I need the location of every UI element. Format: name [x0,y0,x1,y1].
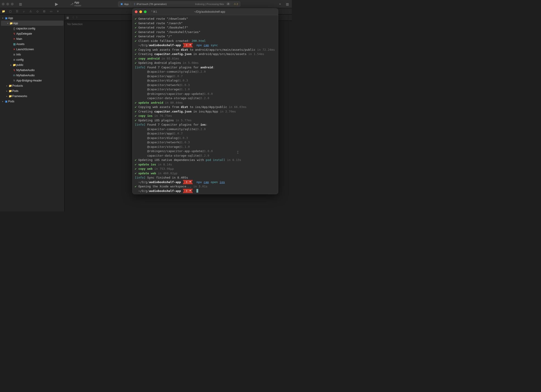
file-icon: ↯ [12,32,16,35]
tree-item-pods[interactable]: ▸📁Pods [0,88,64,93]
tree-label: App [8,16,63,20]
tree-item-assets[interactable]: ▦Assets [0,41,64,47]
tree-item-mynativeaudio[interactable]: mMyNativeAudio [0,73,64,78]
tree-label: capacitor.config [16,27,63,30]
add-button[interactable]: ＋ [277,1,283,7]
file-icon: ▦ [12,43,16,46]
terminal-window[interactable]: ⌃⌘1 ~/D/g/audiobookshelf-app ✔ Generated… [132,8,278,194]
tree-item-public[interactable]: ▸📁public [0,62,64,67]
disclosure-icon[interactable]: ▸ [10,64,12,66]
terminal-output[interactable]: ✔ Generated route "/downloads" ✔ Generat… [133,15,278,194]
tree-label: AppDelegate [16,32,63,35]
file-icon: ▣ [4,100,8,103]
disclosure-icon[interactable]: ▸ [5,90,8,92]
hierarchy-icon[interactable]: ☷ [15,10,19,13]
close-icon[interactable] [135,10,137,13]
scheme-branch: master [74,4,81,7]
tree-label: config [16,58,63,61]
tree-label: Frameworks [12,95,63,98]
indexing-status: Indexing | Processing files [195,3,224,5]
tree-label: App-Bridging-Header [16,79,63,82]
disclosure-icon[interactable]: ▾ [6,22,9,25]
tree-item-pods[interactable]: ▸▣Pods [0,99,64,104]
terminal-shortcut: ⌃⌘1 [151,10,157,13]
search-icon[interactable]: ⌕ [22,10,26,13]
device-icon: ▯ [134,2,135,5]
tree-label: Main [16,37,63,41]
tree-label: MyNativeAudio [16,69,63,72]
project-navigator[interactable]: ▾▣App▾📁App{}capacitor.config↯AppDelegate… [0,15,65,211]
zoom-icon[interactable] [144,10,146,13]
scheme-title: App [74,1,81,4]
file-icon: ✕ [12,48,16,51]
tree-item-app[interactable]: ▾▣App [0,15,64,20]
file-icon: {} [12,27,16,30]
tree-item-mynativeaudio[interactable]: ↯MyNativeAudio [0,67,64,73]
forward-button[interactable]: 〉 [76,16,79,20]
tree-label: Pods [12,89,63,92]
tree-item-products[interactable]: ▸📁Products [0,83,64,88]
tree-label: Pods [8,100,63,103]
warning-count[interactable]: ⚠ 2 [234,2,238,5]
file-icon: m [12,74,16,77]
file-icon: ↯ [12,69,16,72]
debug-icon[interactable]: ⊟ [42,10,46,13]
report-icon[interactable]: ≡ [56,10,60,13]
back-button[interactable]: 〈 [71,16,74,20]
indexing-badge: 2 [226,3,230,5]
tree-label: App [13,22,62,25]
terminal-titlebar[interactable]: ⌃⌘1 ~/D/g/audiobookshelf-app [133,8,278,15]
toggle-navigator-icon[interactable]: ▥ [18,1,23,7]
tree-item-info[interactable]: ≣Info [0,52,64,57]
terminal-title: ~/D/g/audiobookshelf-app [157,10,262,13]
disclosure-icon[interactable]: ▸ [5,95,8,97]
run-button[interactable]: ▶ [54,1,59,7]
file-icon: ≣ [12,58,16,61]
disclosure-icon[interactable]: ▸ [5,85,8,87]
breakpoint-icon[interactable]: ▭ [49,10,53,13]
tree-item-capacitor-config[interactable]: {}capacitor.config [0,26,64,31]
file-icon: h [12,79,16,82]
file-icon: 📁 [9,22,13,25]
tree-item-app-bridging-header[interactable]: hApp-Bridging-Header [0,78,64,83]
tree-label: LaunchScreen [16,48,63,51]
square-icon[interactable]: ▢ [8,10,12,13]
tree-item-app[interactable]: ▾📁App [1,20,63,26]
scheme-selector[interactable]: ⎇ App master [70,1,81,7]
app-label: App [124,3,129,5]
branch-icon: ⎇ [70,2,73,6]
tree-item-appdelegate[interactable]: ↯AppDelegate [0,31,64,36]
file-icon: ✕ [12,37,16,41]
warning-icon[interactable]: ⚠ [29,10,33,13]
file-icon: 📁 [12,63,16,66]
tag-icon[interactable]: ◇ [35,10,39,13]
file-icon: 📁 [8,95,12,98]
minimize-icon[interactable] [139,10,142,13]
zoom-icon[interactable] [11,3,14,5]
toggle-inspector-icon[interactable]: ▥ [285,1,290,7]
chevron-right-icon: 〉 [130,2,133,6]
disclosure-icon[interactable]: ▸ [1,100,4,102]
tree-item-launchscreen[interactable]: ✕LaunchScreen [0,47,64,52]
close-icon[interactable] [2,3,5,5]
tree-item-main[interactable]: ✕Main [0,36,64,41]
tree-item-frameworks[interactable]: ▸📁Frameworks [0,93,64,99]
file-icon: 📁 [8,84,12,87]
file-icon: ▣ [4,16,8,20]
tree-item-config[interactable]: ≣config [0,57,64,62]
xcode-toolbar: ▥ ▶ ⎇ App master ▣ App 〉 ▯ iPod touch (7… [0,0,292,8]
device-label: iPod touch (7th generation) [137,3,167,5]
window-traffic-lights[interactable] [2,3,14,5]
file-icon: 📁 [8,89,12,92]
app-icon: ▣ [120,2,123,5]
minimize-icon[interactable] [6,3,9,5]
disclosure-icon[interactable]: ▾ [1,17,4,19]
run-destination-pill[interactable]: ▣ App 〉 ▯ iPod touch (7th generation) In… [118,1,240,7]
tree-label: Info [16,53,63,56]
folder-nav-icon[interactable]: 📁 [1,10,5,13]
tree-label: public [16,63,63,66]
file-icon: ≣ [12,53,16,56]
tree-label: Assets [16,43,63,46]
grid-icon[interactable]: ▦ [66,16,69,19]
tree-label: MyNativeAudio [16,74,63,77]
